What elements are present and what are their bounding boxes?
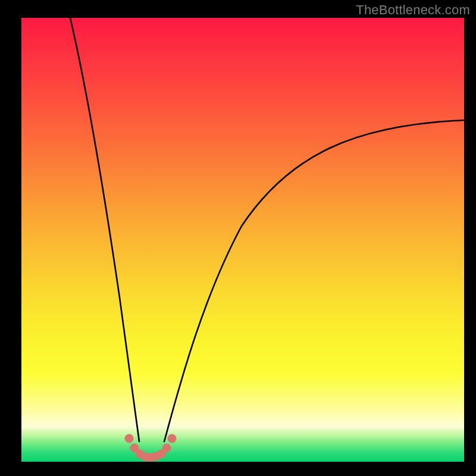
watermark-text: TheBottleneck.com — [356, 2, 470, 18]
valley-dot — [168, 434, 177, 443]
chart-container: TheBottleneck.com — [0, 0, 476, 476]
right-curve — [164, 120, 464, 441]
valley-dot — [162, 444, 171, 453]
left-curve — [70, 18, 139, 441]
plot-area — [21, 18, 464, 462]
curve-layer — [21, 18, 464, 462]
valley-marker-group — [125, 434, 177, 462]
valley-dot — [125, 434, 134, 443]
